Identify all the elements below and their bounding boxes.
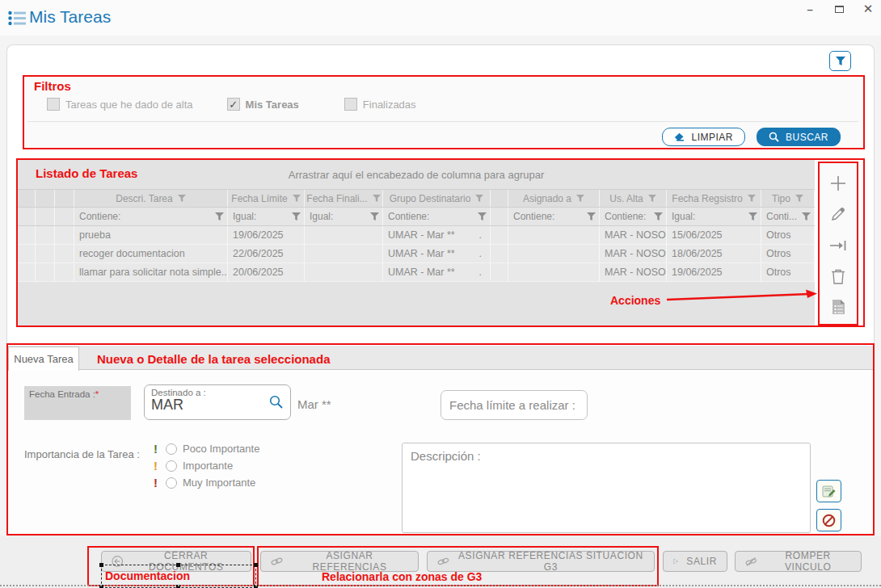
minimize-icon[interactable]: – <box>802 2 818 16</box>
cell-descri: llamar para solicitar nota simple... <box>74 263 228 281</box>
filter-funnel-icon[interactable] <box>373 195 381 202</box>
divider <box>27 121 858 122</box>
asignar-referencias-g3-button[interactable]: ASIGNAR REFERENCIAS SITUACION G3 <box>427 551 655 572</box>
filter-funnel-icon[interactable] <box>178 195 186 202</box>
checkbox-tareas-dadas-de-alta[interactable]: Tareas que he dado de alta <box>47 98 193 111</box>
filter-cell-grupo[interactable]: Contiene: <box>383 208 491 225</box>
destinado-search-button[interactable] <box>269 395 283 409</box>
checkbox-finalizadas[interactable]: Finalizadas <box>344 98 416 111</box>
edit-task-button[interactable] <box>826 202 850 226</box>
filter-cell-us-alta[interactable]: Contiene: <box>600 208 667 225</box>
search-icon <box>769 132 779 142</box>
importancia-label: Importancia de la Tarea : <box>24 448 140 460</box>
asignar-referencias-button[interactable]: ASIGNAR REFERENCIAS <box>260 551 419 572</box>
filter-cell-fecha-registro[interactable]: Igual: <box>667 208 761 225</box>
column-header-grupo-destinatario[interactable]: Grupo Destinatario <box>383 190 491 207</box>
filter-operator-label: Contiene: <box>388 211 429 222</box>
column-header-descri-tarea[interactable]: Descri. Tarea <box>74 190 228 207</box>
filter-funnel-icon[interactable] <box>802 212 811 220</box>
filter-operator-label: Igual: <box>672 211 695 222</box>
column-header-tipo[interactable]: Tipo <box>761 190 815 207</box>
table-row[interactable]: prueba 19/06/2025 UMAR - Mar **. MAR - N… <box>18 226 815 245</box>
radio-label: Poco Importante <box>183 443 259 455</box>
filter-funnel-icon[interactable] <box>748 212 757 220</box>
filter-cell-fecha-limite[interactable]: Igual: <box>228 208 305 225</box>
checkbox-mis-tareas[interactable]: Mis Tareas <box>227 98 299 111</box>
funnel-icon <box>835 56 846 66</box>
filter-funnel-icon[interactable] <box>292 212 301 220</box>
tab-nueva-tarea[interactable]: Nueva Tarea <box>8 346 79 371</box>
column-header-fecha-limite[interactable]: Fecha Límite <box>228 190 305 207</box>
filter-cell-empty <box>55 208 74 225</box>
filter-funnel-icon[interactable] <box>576 195 584 202</box>
destinado-a-value[interactable]: MAR <box>151 397 284 414</box>
task-report-button[interactable] <box>826 295 850 319</box>
cell-fecha-limite: 19/06/2025 <box>228 226 305 244</box>
fecha-limite-field[interactable]: Fecha límite a realizar : <box>440 390 588 420</box>
cancel-description-button[interactable] <box>816 509 841 531</box>
column-header-us-alta[interactable]: Us. Alta <box>600 190 667 207</box>
close-icon[interactable]: ✕ <box>860 2 876 16</box>
cell-us-alta: MAR - NOSOT... <box>600 226 667 244</box>
filter-funnel-icon[interactable] <box>654 212 663 220</box>
destinado-a-field[interactable]: Destinado a : MAR <box>144 384 291 420</box>
table-row[interactable]: llamar para solicitar nota simple... 20/… <box>18 263 815 282</box>
radio-icon[interactable] <box>166 443 177 455</box>
cell-tipo: Otros <box>761 245 815 262</box>
cell-asignado <box>508 245 600 262</box>
filter-cell-descri[interactable]: Contiene: <box>74 208 228 225</box>
filter-operator-label: Contiene: <box>605 211 646 222</box>
filter-cell-fecha-final[interactable]: Igual: <box>305 208 383 225</box>
add-task-button[interactable] <box>826 171 850 195</box>
delete-task-button[interactable] <box>826 264 850 288</box>
column-header-label: Descri. Tarea <box>116 193 172 204</box>
fecha-limite-placeholder: Fecha límite a realizar : <box>449 398 575 412</box>
cell-grupo-dot: . <box>479 248 482 259</box>
radio-icon[interactable] <box>166 477 177 489</box>
column-header-fecha-registro[interactable]: Fecha Regsistro <box>667 190 761 207</box>
table-row[interactable]: recoger documentacion 22/06/2025 UMAR - … <box>18 245 815 263</box>
checkbox-icon[interactable] <box>344 98 357 111</box>
radio-muy-importante[interactable]: ! Muy Importante <box>154 476 259 489</box>
radio-icon[interactable] <box>166 460 177 472</box>
romper-vinculo-button[interactable]: ROMPER VINCULO <box>735 551 862 572</box>
column-header-fecha-finalizacion[interactable]: Fecha Finali... <box>305 190 383 207</box>
cell-fecha-limite: 22/06/2025 <box>228 245 305 262</box>
filter-funnel-icon[interactable] <box>748 195 756 202</box>
filter-cell-tipo[interactable]: Conti... <box>761 208 815 225</box>
task-actions-toolbar <box>818 162 858 326</box>
row-cell-empty <box>18 226 36 244</box>
filter-funnel-icon[interactable] <box>795 195 803 202</box>
salir-button[interactable]: SALIR <box>663 551 727 572</box>
descripcion-textarea[interactable]: Descripción : <box>402 443 811 533</box>
grid-header-row: Descri. Tarea Fecha Límite Fecha Finali.… <box>18 189 815 208</box>
filter-funnel-icon[interactable] <box>370 212 379 220</box>
filter-funnel-icon[interactable] <box>215 212 224 220</box>
radio-poco-importante[interactable]: ! Poco Importante <box>154 442 259 456</box>
buscar-button[interactable]: BUSCAR <box>757 128 841 146</box>
fecha-entrada-field[interactable]: Fecha Entrada :* <box>24 386 131 420</box>
cell-grupo: UMAR - Mar **. <box>383 245 491 262</box>
grid-corner-cell <box>55 190 74 207</box>
filter-funnel-icon[interactable] <box>478 212 487 220</box>
selection-bottom-edge <box>0 585 881 586</box>
save-description-button[interactable] <box>816 480 841 502</box>
panel-filter-toggle-button[interactable] <box>829 51 851 71</box>
filter-funnel-icon[interactable] <box>475 195 483 202</box>
checkbox-icon[interactable] <box>227 98 240 111</box>
radio-importante[interactable]: ! Importante <box>154 459 259 472</box>
checkbox-icon[interactable] <box>47 98 60 111</box>
limpiar-button[interactable]: LIMPIAR <box>662 128 745 146</box>
finalize-task-button[interactable] <box>826 233 850 258</box>
link-icon <box>437 556 449 566</box>
filter-funnel-icon[interactable] <box>587 212 596 220</box>
filter-funnel-icon[interactable] <box>648 195 656 202</box>
destinado-display-value: Mar ** <box>297 397 331 411</box>
maximize-icon[interactable] <box>831 2 847 16</box>
cell-asignado <box>508 263 600 281</box>
row-cell-empty <box>491 245 508 262</box>
radio-label: Importante <box>183 460 233 472</box>
filter-cell-asignado[interactable]: Contiene: <box>508 208 600 225</box>
column-header-asignado-a[interactable]: Asignado a <box>508 190 600 207</box>
filter-funnel-icon[interactable] <box>293 195 301 202</box>
